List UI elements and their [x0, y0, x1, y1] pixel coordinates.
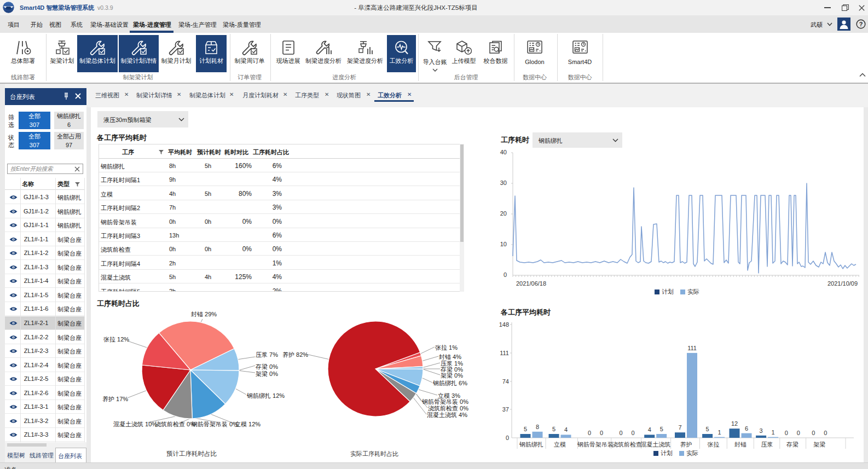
svg-text:12: 12 — [731, 420, 738, 427]
svg-text:?: ? — [859, 21, 863, 27]
svg-text:压浆: 压浆 — [761, 441, 773, 448]
svg-text:74: 74 — [502, 378, 509, 385]
svg-text:4: 4 — [564, 426, 568, 433]
svg-text:0: 0 — [797, 430, 800, 436]
svg-text:养护: 养护 — [680, 441, 692, 448]
svg-text:钢筋绑扎: 钢筋绑扎 — [519, 441, 543, 448]
svg-text:5: 5 — [552, 426, 555, 432]
svg-text:1: 1 — [772, 429, 775, 436]
svg-text:111: 111 — [500, 350, 509, 356]
svg-text:0: 0 — [619, 430, 622, 436]
svg-text:4: 4 — [648, 426, 651, 433]
svg-text:混凝土浇筑: 混凝土浇筑 — [640, 441, 670, 448]
svg-text:0: 0 — [506, 435, 509, 441]
svg-text:5: 5 — [706, 426, 709, 432]
svg-text:0: 0 — [812, 430, 815, 436]
svg-text:张拉: 张拉 — [708, 441, 720, 448]
svg-text:1: 1 — [718, 429, 721, 436]
svg-text:封锚: 封锚 — [734, 441, 747, 448]
svg-text:浇筑前检查: 浇筑前检查 — [612, 441, 642, 448]
svg-text:0: 0 — [631, 430, 634, 436]
svg-text:存梁: 存梁 — [786, 441, 798, 448]
svg-text:0: 0 — [824, 430, 827, 436]
svg-text:111: 111 — [687, 345, 697, 351]
svg-text:架梁: 架梁 — [813, 441, 825, 448]
svg-text:6: 6 — [745, 425, 748, 432]
svg-text:148: 148 — [499, 321, 509, 328]
svg-text:5: 5 — [524, 426, 527, 432]
svg-text:5: 5 — [660, 426, 663, 432]
svg-text:立模: 立模 — [554, 441, 566, 448]
svg-text:钢筋骨架吊装: 钢筋骨架吊装 — [577, 441, 614, 448]
svg-text:8: 8 — [536, 424, 539, 430]
svg-text:7: 7 — [678, 424, 681, 431]
svg-text:3: 3 — [760, 427, 763, 434]
svg-text:0: 0 — [785, 430, 788, 436]
svg-text:0: 0 — [600, 430, 603, 436]
svg-text:0: 0 — [588, 430, 591, 436]
svg-text:37: 37 — [502, 406, 509, 413]
